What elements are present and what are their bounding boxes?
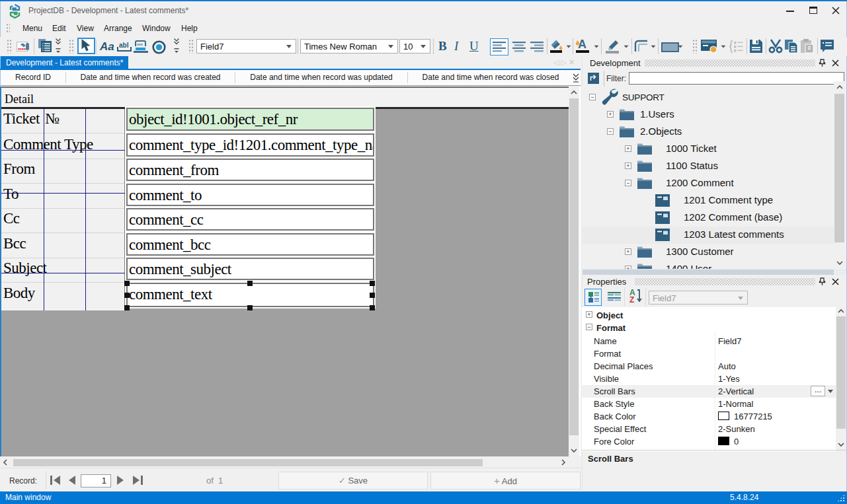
svg-text:abl: abl bbox=[119, 42, 129, 49]
